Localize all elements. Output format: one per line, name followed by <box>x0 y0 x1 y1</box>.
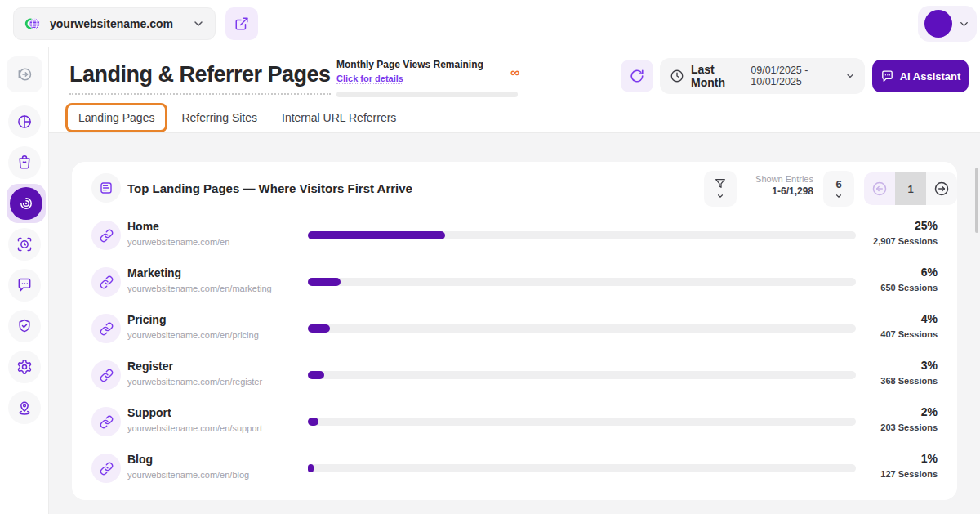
page-url: yourwebsitename.com/en/support <box>127 423 262 433</box>
link-icon[interactable] <box>91 267 121 297</box>
clock-icon <box>670 69 684 83</box>
session-bar-fill <box>308 418 318 426</box>
ai-assistant-button[interactable]: AI Assistant <box>872 60 969 92</box>
chevron-down-icon <box>192 17 205 30</box>
sidebar-nav <box>0 47 49 514</box>
report-doc-icon <box>91 173 121 203</box>
session-bar-fill <box>308 278 341 286</box>
chevron-down-icon <box>835 192 843 200</box>
sessions-value: 2,907 Sessions <box>873 236 938 246</box>
pagination: 1 <box>864 172 957 205</box>
scrollbar[interactable] <box>975 168 978 233</box>
prev-page-button[interactable] <box>864 172 895 205</box>
card-title: Top Landing Pages — Where Visitors First… <box>127 181 412 195</box>
top-bar: yourwebsitename.com <box>0 0 980 47</box>
ai-chat-icon <box>880 69 894 83</box>
table-row: Support yourwebsitename.com/en/support 2… <box>72 399 957 445</box>
chevron-down-icon <box>958 18 970 30</box>
quota-details-link[interactable]: Click for details <box>336 74 403 84</box>
sidebar-item-feedback[interactable] <box>8 269 41 302</box>
tab-bar: Landing Pages Referring Sites Internal U… <box>65 103 421 132</box>
active-indicator <box>10 187 42 220</box>
percent-value: 4% <box>921 312 938 325</box>
page-title: Landing & Referrer Pages <box>69 62 331 95</box>
filter-button[interactable] <box>704 171 737 207</box>
page-size-value: 6 <box>835 178 841 190</box>
page-url: yourwebsitename.com/en/pricing <box>127 330 259 340</box>
page-url: yourwebsitename.com/en/marketing <box>127 284 272 293</box>
shopping-bag-icon <box>16 154 33 171</box>
sessions-value: 203 Sessions <box>880 422 938 432</box>
link-icon[interactable] <box>91 314 121 343</box>
arrow-left-circle-icon <box>871 181 888 197</box>
date-range-value: 09/01/2025 - 10/01/2025 <box>751 65 842 87</box>
user-menu[interactable] <box>918 6 977 42</box>
quota-widget: Monthly Page Views Remaining Click for d… <box>336 59 532 97</box>
session-bar-fill <box>308 324 330 333</box>
infinity-value: ∞ <box>510 65 519 80</box>
link-icon[interactable] <box>91 454 121 483</box>
link-icon[interactable] <box>91 407 121 436</box>
shield-check-icon <box>16 318 33 334</box>
table-row: Home yourwebsitename.com/en 25% 2,907 Se… <box>72 212 957 259</box>
website-name: yourwebsitename.com <box>50 17 173 30</box>
percent-value: 6% <box>921 266 938 279</box>
content-area: Top Landing Pages — Where Visitors First… <box>49 133 980 514</box>
website-selector[interactable]: yourwebsitename.com <box>13 7 216 40</box>
scan-target-icon <box>16 236 33 253</box>
page-url: yourwebsitename.com/en <box>127 237 229 247</box>
session-bar-fill <box>308 464 314 472</box>
sidebar-item-security[interactable] <box>8 310 41 342</box>
ai-assistant-label: AI Assistant <box>900 70 961 83</box>
session-bar-track <box>308 324 856 333</box>
page-name[interactable]: Home <box>127 220 159 233</box>
percent-value: 1% <box>921 452 938 465</box>
gear-icon <box>16 359 33 375</box>
tab-internal-url-referrers[interactable]: Internal URL Referrers <box>282 111 396 124</box>
sessions-value: 368 Sessions <box>880 376 938 386</box>
page-url: yourwebsitename.com/en/register <box>127 377 262 387</box>
sidebar-item-landing-pages[interactable] <box>7 184 46 223</box>
external-link-icon <box>234 16 249 31</box>
card-header: Top Landing Pages — Where Visitors First… <box>72 162 957 212</box>
shown-entries: Shown Entries 1-6/1,298 <box>738 174 813 197</box>
page-name[interactable]: Marketing <box>127 266 181 279</box>
page-size-selector[interactable]: 6 <box>823 171 854 207</box>
table-row: Register yourwebsitename.com/en/register… <box>72 352 957 399</box>
sidebar-collapse-button[interactable] <box>7 56 42 92</box>
tab-landing-pages[interactable]: Landing Pages <box>78 111 154 127</box>
sidebar-item-goals[interactable] <box>8 228 41 261</box>
link-icon[interactable] <box>91 360 121 390</box>
arrow-right-circle-icon <box>933 181 950 197</box>
percent-value: 2% <box>921 405 938 418</box>
sidebar-item-settings[interactable] <box>8 351 41 383</box>
tab-referring-sites[interactable]: Referring Sites <box>181 111 257 124</box>
link-icon[interactable] <box>91 221 121 250</box>
page-name[interactable]: Register <box>127 360 173 373</box>
sessions-value: 127 Sessions <box>880 469 938 479</box>
pie-chart-icon <box>16 114 33 130</box>
sidebar-item-overview[interactable] <box>8 105 41 138</box>
page-name[interactable]: Support <box>127 406 172 419</box>
session-bar-track <box>308 464 856 472</box>
map-pin-icon <box>16 400 33 416</box>
chevron-down-icon <box>845 71 855 81</box>
sessions-value: 650 Sessions <box>880 283 938 293</box>
page-name[interactable]: Blog <box>127 453 153 466</box>
next-page-button[interactable] <box>926 172 957 205</box>
date-range-picker[interactable]: Last Month 09/01/2025 - 10/01/2025 <box>660 58 865 94</box>
refresh-button[interactable] <box>621 60 653 92</box>
table-row: Marketing yourwebsitename.com/en/marketi… <box>72 259 957 306</box>
current-page[interactable]: 1 <box>895 172 926 205</box>
session-bar-track <box>308 278 856 286</box>
quota-progress-bar <box>336 92 518 97</box>
page-name[interactable]: Pricing <box>127 313 166 326</box>
open-website-button[interactable] <box>225 7 258 40</box>
page-header: Landing & Referrer Pages Monthly Page Vi… <box>49 47 980 133</box>
sidebar-item-locations[interactable] <box>8 391 41 424</box>
sidebar-item-ecommerce[interactable] <box>8 146 41 179</box>
session-bar-track <box>308 371 856 379</box>
website-globe-icon <box>24 15 42 33</box>
session-bar-track <box>308 418 856 426</box>
session-bar-track <box>308 231 856 239</box>
